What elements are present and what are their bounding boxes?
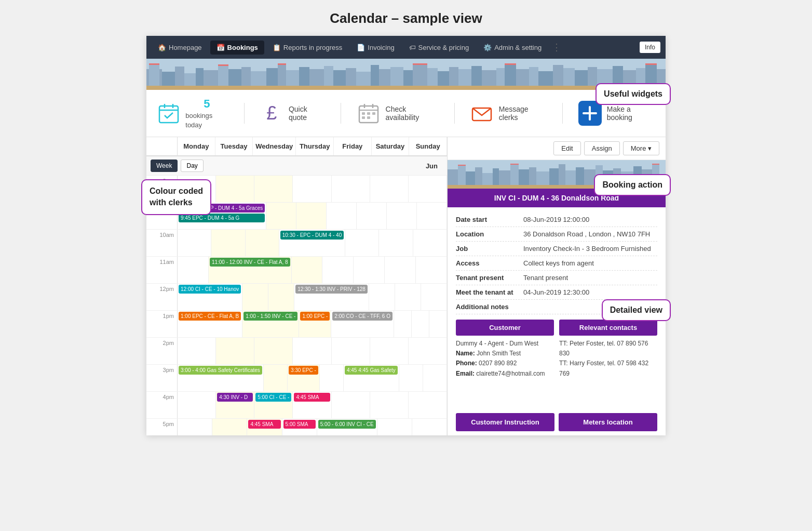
- cell-fri-11am: [354, 257, 385, 283]
- nav-info-button[interactable]: Info: [640, 42, 660, 53]
- svg-rect-98: [652, 164, 659, 165]
- svg-rect-63: [367, 112, 370, 115]
- cell-mon-4pm: [178, 392, 216, 418]
- booking-epc-dum4-10[interactable]: 10:30 - EPC - DUM 4 - 40: [280, 231, 344, 240]
- time-row-10am: 10am 10:30 - EPC - DUM 4 - 40: [146, 230, 447, 257]
- time-3pm: 3pm: [146, 365, 178, 391]
- cell-mon-1pm: 1:00 EPC - CE - Flat A, B: [178, 311, 242, 337]
- time-1pm: 1pm: [146, 311, 178, 337]
- nav-separator: ⋮: [550, 42, 563, 53]
- svg-rect-84: [559, 164, 565, 189]
- widget-check-availability[interactable]: Check availability: [357, 101, 438, 126]
- nav-admin[interactable]: ⚙️ Admin & setting: [477, 41, 548, 55]
- pound-icon: £: [260, 101, 283, 126]
- booking-sma-thu-5[interactable]: 5:00 SMA: [283, 420, 316, 429]
- booking-title: INV CI - DUM 4 - 36 Donaldson Road: [448, 189, 666, 207]
- svg-rect-97: [510, 164, 519, 165]
- booking-epc-wed[interactable]: 1:00 EPC -: [300, 312, 330, 321]
- cell-thu-11am: [322, 257, 354, 283]
- booking-ci-ce-hanov[interactable]: 12:00 CI - CE - 10 Hanov: [179, 285, 241, 294]
- booking-co-ce[interactable]: 2:00 CO - CE - TFF, 6 O: [332, 312, 393, 321]
- booking-gas-safety-fri[interactable]: 4:45 4:45 Gas Safety: [345, 366, 398, 375]
- cell-tue-1pm: 1:00 - 1:50 INV - CE -: [242, 311, 299, 337]
- widget-bookings-today[interactable]: 5 bookings today: [157, 97, 228, 129]
- booking-inv-d[interactable]: 4:30 INV - D: [217, 393, 253, 402]
- nav-invoicing[interactable]: 📄 Invoicing: [350, 41, 400, 55]
- booking-sma-thu[interactable]: 4:45 SMA: [294, 393, 330, 402]
- widget-quick-quote[interactable]: £ Quick quote: [260, 101, 326, 126]
- customer-header[interactable]: Customer: [456, 320, 554, 336]
- cell-sun-1pm: [429, 311, 447, 337]
- detail-row-notes: Additional notes: [456, 300, 657, 314]
- location-value: 36 Donaldson Road , London , NW10 7FH: [523, 230, 657, 238]
- widget-divider-2: [341, 103, 341, 124]
- cell-sun-8am: [409, 176, 447, 202]
- cell-sat-4pm: [370, 392, 409, 418]
- detail-bottom-buttons: Customer Instruction Meters location: [448, 409, 666, 435]
- cell-wed-10am: [246, 230, 279, 256]
- cell-thu-10am: 10:30 - EPC - DUM 4 - 40: [279, 230, 345, 256]
- nav-bookings[interactable]: 📅 Bookings: [210, 41, 264, 55]
- month-label: Jun: [426, 162, 443, 170]
- booking-epc-ce-flat[interactable]: 1:00 EPC - CE - Flat A, B: [179, 312, 241, 321]
- calendar-controls: Week Day Jun: [146, 156, 447, 176]
- edit-button[interactable]: Edit: [553, 141, 580, 155]
- booking-sma-wed[interactable]: 4:45 SMA: [248, 420, 280, 429]
- widget-message-clerks[interactable]: Message clerks: [470, 101, 547, 126]
- booking-gas-safety[interactable]: 3:00 - 4:00 Gas Safety Certificates: [179, 366, 262, 375]
- time-row-3pm: 3pm 3:00 - 4:00 Gas Safety Certificates …: [146, 365, 447, 392]
- cell-tue-11am: 11:00 - 12:00 INV - CE - Flat A, 8: [209, 257, 292, 283]
- booking-epc-wed-3[interactable]: 3:30 EPC -: [289, 366, 318, 375]
- time-row-5pm: 5pm 4:45 SMA 5:00 SMA 5:00 - 6:00 INV CI…: [146, 419, 447, 435]
- nav-service-pricing[interactable]: 🏷 Service & pricing: [403, 41, 476, 55]
- header-friday: Friday: [334, 137, 372, 155]
- more-button[interactable]: More ▾: [623, 141, 659, 155]
- day-btn[interactable]: Day: [181, 160, 203, 172]
- svg-rect-48: [149, 63, 159, 65]
- contacts-header[interactable]: Relevant contacts: [559, 320, 657, 336]
- booking-fp-dum4[interactable]: 9:00 - 9:45 FP - DUM 4 - 5a Graces: [179, 204, 265, 213]
- widget-make-booking[interactable]: Make a booking: [578, 101, 656, 126]
- detail-row-date: Date start 08-Jun-2019 12:00:00: [456, 213, 657, 227]
- cell-sun-5pm: [412, 419, 447, 435]
- cell-mon-9am: 9:00 - 9:45 FP - DUM 4 - 5a Graces 9:45 …: [178, 203, 266, 229]
- booking-epc-dum4[interactable]: 9:45 EPC - DUM 4 - 5a G: [179, 214, 265, 222]
- detail-row-job: Job Inventory Check-In - 3 Bedroom Furni…: [456, 242, 657, 256]
- cell-sat-3pm: [399, 365, 423, 391]
- meters-location-btn[interactable]: Meters location: [559, 413, 657, 431]
- svg-rect-95: [448, 185, 666, 189]
- calendar-section: Monday Tuesday Wednesday Thursday Friday…: [146, 137, 666, 435]
- cell-mon-5pm: [178, 419, 212, 435]
- date-start-label: Date start: [456, 216, 523, 223]
- week-btn[interactable]: Week: [151, 160, 178, 172]
- cell-tue-4pm: 4:30 INV - D: [216, 392, 254, 418]
- svg-rect-50: [278, 63, 286, 65]
- additional-notes-label: Additional notes: [456, 303, 523, 311]
- cell-wed-3pm: 3:30 EPC -: [288, 365, 320, 391]
- contacts-section: Relevant contacts TT: Peter Foster, tel.…: [559, 320, 657, 382]
- booking-inv-ce-1[interactable]: 1:00 - 1:50 INV - CE -: [243, 312, 297, 321]
- envelope-icon: [470, 101, 494, 126]
- cell-sat-5pm: [377, 419, 412, 435]
- header-wednesday: Wednesday: [253, 137, 296, 155]
- invoice-icon: 📄: [357, 44, 365, 51]
- calendar-icon: 📅: [216, 44, 225, 51]
- booking-inv-ci-ce-fri[interactable]: 5:00 - 6:00 INV CI - CE: [318, 420, 376, 429]
- nav-reports[interactable]: 📋 Reports in progress: [266, 41, 348, 55]
- booking-inv-ce-flat[interactable]: 11:00 - 12:00 INV - CE - Flat A, 8: [210, 258, 290, 267]
- assign-button[interactable]: Assign: [584, 141, 620, 155]
- time-8am: 8am: [146, 176, 178, 202]
- customer-content: Dummy 4 - Agent - Dum West Name: John Sm…: [456, 336, 554, 382]
- cell-mon-2pm: [178, 338, 216, 364]
- time-row-11am: 11am 11:00 - 12:00 INV - CE - Flat A, 8: [146, 257, 447, 284]
- cell-sat-11am: [385, 257, 416, 283]
- svg-rect-53: [645, 63, 657, 65]
- booking-ci-ce-wed[interactable]: 5:00 CI - CE -: [255, 393, 291, 402]
- cell-thu-4pm: 4:45 SMA: [293, 392, 331, 418]
- cell-thu-3pm: [320, 365, 344, 391]
- cell-sun-11am: [416, 257, 447, 283]
- booking-inv-priv[interactable]: 12:30 - 1:30 INV - PRIV - 128: [295, 285, 368, 294]
- nav-homepage[interactable]: 🏠 Homepage: [152, 41, 208, 55]
- cell-tue-9am: [266, 203, 296, 229]
- customer-instruction-btn[interactable]: Customer Instruction: [456, 413, 554, 431]
